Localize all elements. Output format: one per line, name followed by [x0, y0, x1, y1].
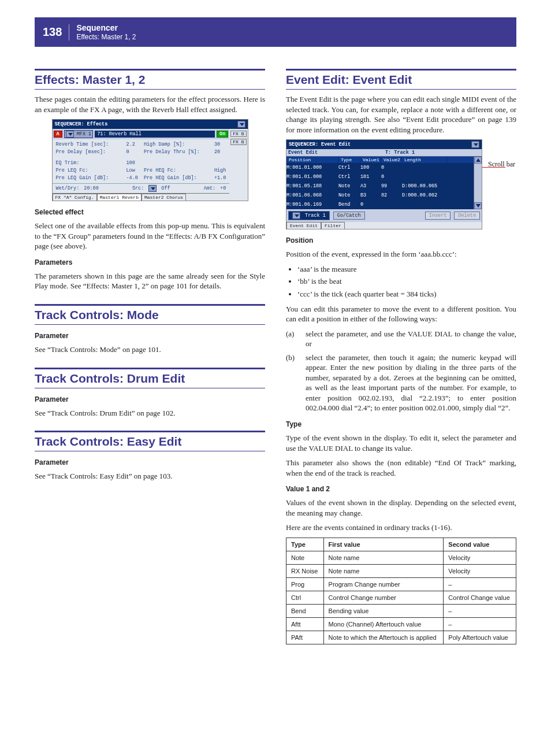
svg-marker-1	[476, 204, 481, 207]
cell-length[interactable]	[402, 202, 447, 207]
cell-value2[interactable]	[381, 202, 402, 207]
table-cell: Poly Aftertouch value	[444, 631, 516, 644]
table-cell: –	[444, 577, 516, 591]
section-track-drum: Track Controls: Drum Edit	[35, 368, 265, 388]
param-value[interactable]: 2.2	[126, 142, 137, 147]
cell-value1[interactable]: 100	[360, 165, 381, 171]
param-label: Pre LEQ Gain [dB]:	[56, 175, 121, 181]
fx-on-toggle[interactable]: On	[217, 131, 228, 138]
selected-effect-text: Select one of the available effects from…	[35, 221, 265, 251]
event-type-table: Type First value Second value NoteNote n…	[286, 538, 516, 644]
param-value[interactable]: +1.0	[214, 175, 226, 181]
side-tab-fxb[interactable]: FX B	[230, 139, 246, 145]
col-value1[interactable]: Value1	[360, 157, 381, 163]
bullet-bb: ‘bb’ is the beat	[297, 276, 516, 287]
table-row: BendBending value–	[286, 604, 516, 617]
side-tab-fxb[interactable]: FX B	[230, 131, 246, 137]
param-label: High Damp [%]:	[144, 142, 209, 147]
scroll-up-icon[interactable]	[474, 157, 482, 164]
cell-position[interactable]: M:001.01.000	[286, 165, 338, 171]
table-row: ProgProgram Change number–	[286, 577, 516, 591]
fx-group-badge[interactable]: A	[54, 131, 62, 138]
src-label: Src:	[132, 186, 144, 191]
position-bullets: ‘aaa’ is the measure ‘bb’ is the beat ‘c…	[286, 264, 516, 299]
effect-name[interactable]: 71: Reverb Hall	[95, 131, 215, 138]
tab-master1-reverb[interactable]: Master1 Reverb	[97, 194, 142, 201]
type-text-1: Type of the event shown in the display. …	[286, 433, 516, 453]
go-catch-button[interactable]: Go/Catch	[333, 212, 365, 220]
delete-button[interactable]: Delete	[454, 212, 480, 220]
cell-type[interactable]: Ctrl	[338, 165, 360, 171]
param-value[interactable]: 30	[214, 142, 226, 147]
cell-value2[interactable]: 99	[381, 183, 402, 189]
mfx-select[interactable]: MFX 1	[64, 130, 94, 138]
wetdry-value[interactable]: 20:80	[84, 186, 99, 191]
scroll-down-icon[interactable]	[474, 202, 482, 209]
cell-value1[interactable]: 101	[360, 174, 381, 180]
cell-position[interactable]: M:001.05.188	[286, 183, 338, 189]
alpha-a-text: select the parameter, and use the VALUE …	[306, 329, 516, 349]
section-track-mode: Track Controls: Mode	[35, 304, 265, 325]
amt-value[interactable]: +0	[220, 186, 226, 191]
cell-position[interactable]: M:001.06.169	[286, 202, 338, 207]
menu-dropdown-icon[interactable]	[237, 121, 245, 128]
header-subtitle: Effects: Master 1, 2	[76, 33, 136, 41]
cell-value2[interactable]: 0	[381, 174, 402, 180]
event-row[interactable]: M:001.01.000Ctrl1010	[286, 172, 474, 181]
tab-filter[interactable]: Filter	[321, 222, 345, 229]
cell-value1[interactable]: B3	[360, 192, 381, 198]
param-label: Pre HEQ Gain [dB]:	[144, 175, 209, 181]
param-value[interactable]: -4.0	[126, 175, 137, 181]
col-position[interactable]: Position	[286, 157, 338, 163]
position-heading: Position	[286, 236, 516, 244]
col-value2[interactable]: Value2	[381, 157, 402, 163]
insert-button[interactable]: Insert	[425, 212, 451, 220]
event-row[interactable]: M:001.06.169Bend0	[286, 200, 474, 209]
param-value[interactable]: 20	[214, 149, 226, 155]
cell-value1[interactable]: 0	[360, 202, 381, 207]
track-select-button[interactable]: Track 1	[288, 211, 330, 220]
cell-position[interactable]: M:001.06.068	[286, 192, 338, 198]
cell-length[interactable]: D:000.00.062	[402, 192, 447, 198]
col-type[interactable]: Type	[338, 157, 360, 163]
tab-event-edit[interactable]: Event Edit	[286, 222, 321, 229]
position-after: You can edit this parameter to move the …	[286, 304, 516, 324]
param-value[interactable]: Low	[126, 168, 137, 173]
tab-master2-chorus[interactable]: Master2 Chorus	[142, 194, 186, 201]
cell-type[interactable]: Bend	[338, 202, 360, 207]
event-row[interactable]: M:001.01.000Ctrl1000	[286, 163, 474, 172]
cell-length[interactable]	[402, 174, 447, 180]
param-value[interactable]: High	[214, 168, 226, 173]
scrollbar[interactable]	[474, 157, 482, 209]
param-label: Pre LEQ Fc:	[56, 168, 121, 173]
event-row[interactable]: M:001.05.188NoteA399D:000.00.065	[286, 181, 474, 191]
event-intro: The Event Edit is the page where you can…	[286, 94, 516, 135]
parameters-heading: Parameters	[35, 258, 265, 266]
cell-type[interactable]: Ctrl	[338, 174, 360, 180]
table-row: AfttMono (Channel) Aftertouch value–	[286, 617, 516, 631]
cell-value1[interactable]: A3	[360, 183, 381, 189]
cell-value2[interactable]: 0	[381, 165, 402, 171]
cell-position[interactable]: M:001.01.000	[286, 174, 338, 180]
table-cell: Note	[286, 551, 324, 564]
table-cell: PAft	[286, 631, 324, 644]
cell-type[interactable]: Note	[338, 192, 360, 198]
col-length[interactable]: Length	[402, 157, 447, 163]
table-cell: –	[444, 604, 516, 617]
tab-fxa-config[interactable]: FX "A" Config.	[53, 194, 97, 201]
value-heading: Value 1 and 2	[286, 485, 516, 493]
param-value[interactable]: 0	[126, 149, 137, 155]
cell-length[interactable]	[402, 165, 447, 171]
param-value[interactable]: 100	[126, 160, 137, 166]
position-intro: Position of the event, expressed in the …	[286, 249, 516, 260]
src-value[interactable]: Off	[161, 186, 170, 191]
event-row[interactable]: M:001.06.068NoteB382D:000.00.062	[286, 191, 474, 200]
cell-length[interactable]: D:000.00.065	[402, 183, 447, 189]
table-cell: Note to which the Aftertouch is applied	[323, 631, 444, 644]
menu-dropdown-icon[interactable]	[471, 141, 479, 148]
type-text-2: This parameter also shows the (non edita…	[286, 458, 516, 478]
chevron-down-icon[interactable]	[148, 185, 157, 192]
table-cell: Ctrl	[286, 591, 324, 604]
cell-type[interactable]: Note	[338, 183, 360, 189]
cell-value2[interactable]: 82	[381, 192, 402, 198]
